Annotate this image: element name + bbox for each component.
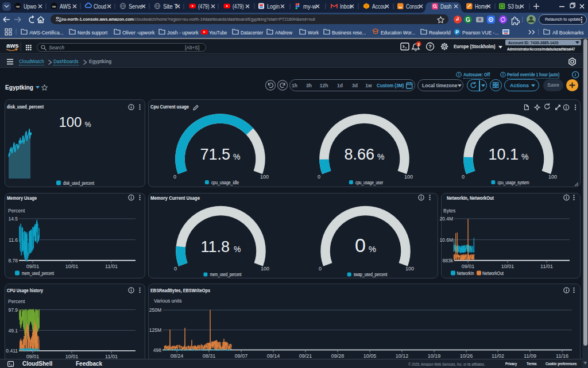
svg-text:10/01: 10/01 xyxy=(501,264,514,269)
svg-text:%: % xyxy=(377,152,384,161)
svg-text:cpu_usage_user: cpu_usage_user xyxy=(355,180,383,185)
svg-text:10/01: 10/01 xyxy=(65,264,79,269)
svg-text:%: % xyxy=(85,121,91,129)
svg-text:%: % xyxy=(369,244,376,254)
svg-text:0: 0 xyxy=(173,174,176,180)
svg-text:0: 0 xyxy=(318,174,320,180)
svg-text:09/07: 09/07 xyxy=(235,353,248,359)
svg-text:Various units: Various units xyxy=(154,298,182,304)
svg-text:Memory Current Usage: Memory Current Usage xyxy=(150,195,200,201)
svg-text:11/16: 11/16 xyxy=(556,353,568,359)
svg-text:10/19: 10/19 xyxy=(428,353,441,359)
svg-text:883k: 883k xyxy=(443,258,454,264)
svg-text:CPU Usage history: CPU Usage history xyxy=(7,288,43,293)
svg-text:11/09: 11/09 xyxy=(524,353,536,359)
svg-text:100: 100 xyxy=(261,266,269,272)
svg-text:8.78: 8.78 xyxy=(8,258,18,264)
svg-text:Cpu Current usage: Cpu Current usage xyxy=(150,104,189,110)
svg-text:49.1: 49.1 xyxy=(8,328,18,334)
svg-text:100: 100 xyxy=(405,266,414,272)
svg-text:0: 0 xyxy=(319,266,322,272)
svg-text:14.5: 14.5 xyxy=(8,216,18,222)
svg-text:disk_used_percent: disk_used_percent xyxy=(63,180,94,186)
svg-text:100: 100 xyxy=(548,174,557,180)
svg-text:NetworkIn, NetworkOut: NetworkIn, NetworkOut xyxy=(447,195,494,201)
svg-text:mem_used_percent: mem_used_percent xyxy=(22,270,54,276)
svg-text:NetworkIn: NetworkIn xyxy=(457,270,474,276)
svg-text:mem_used_percent: mem_used_percent xyxy=(210,272,242,277)
svg-text:97.9: 97.9 xyxy=(8,307,18,313)
svg-text:%: % xyxy=(234,245,241,254)
svg-text:125M: 125M xyxy=(149,327,161,333)
svg-text:09/21: 09/21 xyxy=(299,353,312,359)
svg-text:11/02: 11/02 xyxy=(492,353,504,359)
svg-text:498: 498 xyxy=(153,347,161,353)
svg-text:Percent: Percent xyxy=(8,299,25,304)
svg-text:%: % xyxy=(233,152,240,161)
svg-text:10/12: 10/12 xyxy=(396,353,409,359)
svg-text:Memory Usage: Memory Usage xyxy=(7,195,37,201)
svg-text:cpu_usage_system: cpu_usage_system xyxy=(497,180,529,185)
svg-text:cpu_usage_idle: cpu_usage_idle xyxy=(211,180,239,185)
svg-text:100: 100 xyxy=(404,174,413,180)
svg-text:0: 0 xyxy=(462,174,465,180)
svg-text:10/05: 10/05 xyxy=(363,353,377,359)
svg-text:09/14: 09/14 xyxy=(267,353,280,359)
svg-text:11/01: 11/01 xyxy=(540,264,553,269)
svg-text:NetworkOut: NetworkOut xyxy=(482,270,504,276)
svg-text:swap_used_percent: swap_used_percent xyxy=(354,272,388,277)
svg-text:disk_used_percent: disk_used_percent xyxy=(7,104,44,110)
svg-text:11.6: 11.6 xyxy=(9,237,18,243)
svg-text:11.8: 11.8 xyxy=(201,238,230,255)
svg-text:09/28: 09/28 xyxy=(331,353,345,359)
svg-text:08/24: 08/24 xyxy=(171,353,184,359)
svg-text:250M: 250M xyxy=(149,307,161,313)
svg-text:20.4M: 20.4M xyxy=(439,216,453,222)
svg-text:08/31: 08/31 xyxy=(203,353,216,359)
svg-text:0.411: 0.411 xyxy=(6,348,18,354)
svg-text:10.1: 10.1 xyxy=(489,146,519,163)
svg-text:EBSReadBytes, EBSWriteOps: EBSReadBytes, EBSWriteOps xyxy=(150,288,210,293)
svg-text:Bytes: Bytes xyxy=(443,208,455,214)
svg-text:11/01: 11/01 xyxy=(105,264,118,269)
svg-text:Percent: Percent xyxy=(8,208,25,214)
svg-text:09/01: 09/01 xyxy=(26,264,40,269)
svg-text:0: 0 xyxy=(174,266,177,272)
svg-text:71.5: 71.5 xyxy=(200,146,231,163)
svg-text:%: % xyxy=(521,152,528,161)
svg-text:0: 0 xyxy=(355,234,366,256)
svg-text:100: 100 xyxy=(260,174,269,180)
svg-text:100: 100 xyxy=(59,114,82,130)
svg-text:8.66: 8.66 xyxy=(345,146,375,163)
svg-text:10.6M: 10.6M xyxy=(439,237,453,243)
svg-text:10/26: 10/26 xyxy=(460,353,473,359)
svg-text:09/01: 09/01 xyxy=(462,264,475,269)
